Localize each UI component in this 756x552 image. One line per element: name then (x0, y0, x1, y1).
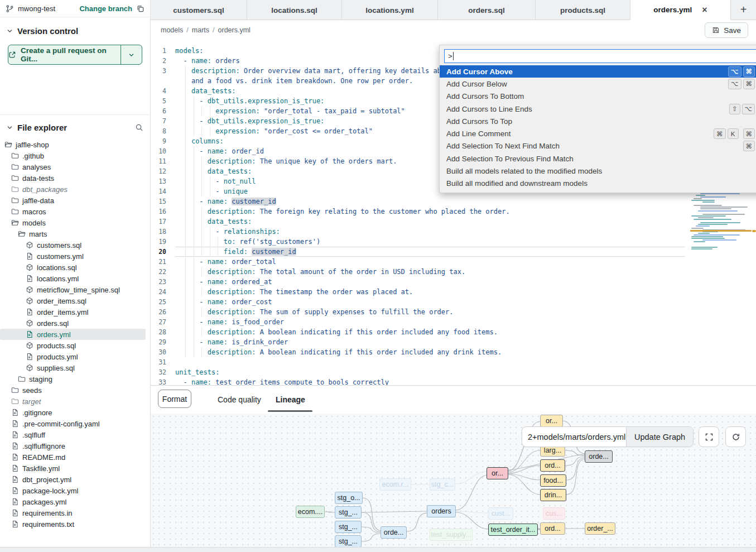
tree-item--sqlfluffignore[interactable]: .sqlfluffignore (0, 440, 150, 452)
lineage-node-orders[interactable]: orders (427, 505, 456, 517)
code-line-20: 20 field: customer_id (151, 247, 756, 257)
tree-item-dbt-packages[interactable]: dbt_packages (0, 184, 150, 195)
folder-icon (11, 196, 19, 204)
lineage-node-order-[interactable]: order_... (585, 522, 615, 535)
command-palette-input[interactable]: > (444, 49, 756, 63)
lineage-node-ecom-[interactable]: ecom.... (296, 506, 325, 518)
tree-item-metricflow-time-spine-sql[interactable]: metricflow_time_spine.sql (0, 284, 150, 295)
lineage-node-stg-c-[interactable]: stg_c... (430, 478, 455, 491)
lineage-selector-input[interactable]: 2+models/marts/orders.yml+ (522, 427, 626, 447)
tree-item-analyses[interactable]: analyses (0, 161, 150, 172)
tree-item-marts[interactable]: marts (0, 228, 150, 239)
tab-orders-yml[interactable]: orders.yml× (630, 0, 731, 20)
close-icon[interactable]: × (702, 6, 707, 15)
pr-dropdown-caret[interactable] (121, 45, 142, 64)
tree-item--pre-commit-config-yaml[interactable]: .pre-commit-config.yaml (0, 418, 150, 429)
palette-item-build-all-modified-and-downstream-models[interactable]: Build all modified and downstream models (440, 177, 756, 190)
lineage-node-drin-[interactable]: drin... (540, 489, 566, 501)
lineage-node-food-[interactable]: food... (540, 474, 566, 487)
tab-products-sql[interactable]: products.sql (536, 0, 630, 20)
tree-item-customers-yml[interactable]: customers.yml (0, 251, 150, 262)
create-pr-button[interactable]: Create a pull request on Git... (8, 45, 142, 65)
lineage-node-or-[interactable]: or... (487, 467, 508, 479)
refresh-button[interactable] (725, 426, 746, 447)
lineage-node-ord-[interactable]: ord... (540, 522, 565, 535)
breadcrumb-part[interactable]: orders.yml (218, 26, 251, 34)
palette-item-add-cursor-above[interactable]: Add Cursor Above⌥⌘↑ (440, 65, 756, 78)
tree-item-order-items-sql[interactable]: order_items.sql (0, 295, 150, 306)
palette-item-build-all-models-related-to-the-modified-models[interactable]: Build all models related to the modified… (440, 165, 756, 177)
tree-item--sqlfluff[interactable]: .sqlfluff (0, 429, 150, 440)
tree-item-products-yml[interactable]: products.yml (0, 351, 150, 362)
lineage-node-stg-[interactable]: stg_... (335, 521, 362, 533)
tree-item-models[interactable]: models (0, 217, 150, 228)
tab-code-quality[interactable]: Code quality (218, 386, 261, 414)
save-button[interactable]: Save (705, 22, 748, 38)
tree-item-macros[interactable]: macros (0, 206, 150, 217)
tree-item-customers-sql[interactable]: customers.sql (0, 239, 150, 251)
search-icon[interactable] (135, 123, 143, 132)
tree-item-locations-yml[interactable]: locations.yml (0, 273, 150, 284)
tree-item-orders-sql[interactable]: orders.sql (0, 318, 150, 329)
lineage-node-or-[interactable]: or... (540, 415, 563, 427)
format-button[interactable]: Format (158, 390, 191, 408)
lineage-canvas[interactable]: 2+models/marts/orders.yml+ Update Graph … (151, 414, 756, 547)
palette-item-add-line-comment[interactable]: Add Line Comment⌘K⌘C (440, 127, 756, 140)
tree-item-requirements-in[interactable]: requirements.in (0, 507, 150, 519)
fullscreen-button[interactable] (699, 426, 719, 447)
tree-item-supplies-sql[interactable]: supplies.sql (0, 362, 150, 373)
tree-item-requirements-txt[interactable]: requirements.txt (0, 519, 150, 530)
change-branch-link[interactable]: Change branch (79, 4, 132, 13)
tree-item-taskfile-yml[interactable]: Taskfile.yml (0, 463, 150, 474)
lineage-node-stg-[interactable]: stg_... (335, 535, 362, 547)
tree-item-seeds[interactable]: seeds (0, 385, 150, 396)
tree-item-target[interactable]: target (0, 396, 150, 407)
palette-item-add-cursors-to-line-ends[interactable]: Add Cursors to Line Ends⇧⌥I (440, 103, 756, 115)
tree-item-package-lock-yml[interactable]: package-lock.yml (0, 485, 150, 496)
lineage-node-ord-[interactable]: ord... (540, 459, 565, 472)
tree-item-orders-yml[interactable]: orders.yml (0, 329, 146, 340)
tree-item-products-sql[interactable]: products.sql (0, 340, 150, 351)
lineage-node-cus-[interactable]: cus... (543, 507, 565, 520)
tree-item-jaffle-data[interactable]: jaffle-data (0, 195, 150, 206)
update-graph-button[interactable]: Update Graph (626, 427, 693, 447)
lineage-node-stg-[interactable]: stg_... (335, 506, 362, 519)
tree-item-staging[interactable]: staging (0, 373, 150, 385)
lineage-node-ecom-r-[interactable]: ecom.r... (379, 478, 411, 491)
minimap-line (700, 196, 726, 198)
palette-item-add-selection-to-next-find-match[interactable]: Add Selection To Next Find Match⌘D (440, 140, 756, 152)
tab-locations-yml[interactable]: locations.yml (342, 0, 438, 20)
tree-item-readme-md[interactable]: README.md (0, 452, 150, 463)
lineage-node-stg-o-[interactable]: stg_o... (335, 492, 363, 504)
version-control-header[interactable]: Version control (0, 17, 150, 41)
breadcrumb-part[interactable]: marts (192, 26, 209, 34)
tree-item-data-tests[interactable]: data-tests (0, 172, 150, 184)
tab-locations-sql[interactable]: locations.sql (247, 0, 342, 20)
tree-item-dbt-project-yml[interactable]: dbt_project.yml (0, 474, 150, 485)
scrollbar-handle[interactable] (752, 230, 756, 232)
lineage-node-test-order-it-[interactable]: test_order_it... (488, 524, 538, 536)
minimap-line (691, 228, 704, 229)
palette-item-add-cursors-to-bottom[interactable]: Add Cursors To Bottom (440, 90, 756, 103)
new-tab-button[interactable]: + (731, 0, 756, 20)
tab-customers-sql[interactable]: customers.sql (151, 0, 247, 20)
copy-icon[interactable] (136, 4, 145, 13)
lineage-node-cust-[interactable]: cust... (488, 507, 513, 520)
tree-item--gitignore[interactable]: .gitignore (0, 407, 150, 418)
tree-item-order-items-yml[interactable]: order_items.yml (0, 306, 150, 318)
breadcrumb-part[interactable]: models (161, 26, 183, 34)
tree-item--github[interactable]: .github (0, 150, 150, 161)
file-explorer-header[interactable]: File explorer (0, 115, 150, 137)
palette-item-add-cursor-below[interactable]: Add Cursor Below⌥⌘↓ (440, 78, 756, 90)
lineage-node-test-supply-[interactable]: test_supply... (430, 529, 473, 541)
tree-item-packages-yml[interactable]: packages.yml (0, 496, 150, 507)
lineage-node-orde-[interactable]: orde... (585, 450, 613, 463)
palette-item-add-selection-to-previous-find-match[interactable]: Add Selection To Previous Find Match (440, 152, 756, 165)
tree-item-jaffle-shop[interactable]: jaffle-shop (0, 139, 150, 150)
tab-lineage[interactable]: Lineage (276, 386, 305, 414)
tree-item-locations-sql[interactable]: locations.sql (0, 262, 150, 273)
fullscreen-icon (705, 433, 714, 441)
lineage-node-orde-[interactable]: orde... (381, 526, 407, 539)
tab-orders-sql[interactable]: orders.sql (438, 0, 536, 20)
palette-item-add-cursors-to-top[interactable]: Add Cursors To Top (440, 115, 756, 127)
